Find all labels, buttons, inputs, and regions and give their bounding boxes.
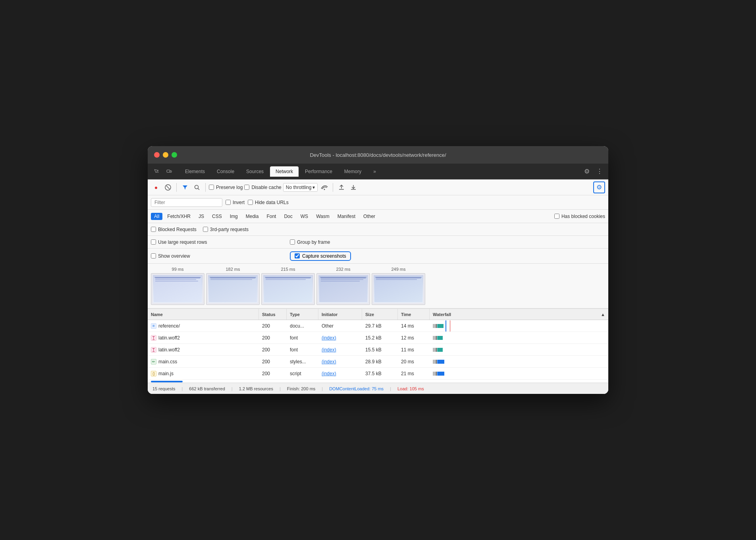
svg-point-6 — [324, 189, 325, 190]
has-blocked-cookies-label[interactable]: Has blocked cookies — [554, 214, 605, 219]
screenshot-time-1: 182 ms — [206, 267, 260, 272]
row-type-3: styles... — [287, 359, 318, 364]
hide-data-urls-checkbox[interactable] — [248, 200, 253, 205]
filter-icon[interactable] — [180, 182, 190, 193]
tab-memory[interactable]: Memory — [339, 166, 367, 177]
type-btn-css[interactable]: CSS — [209, 213, 225, 220]
disable-cache-label[interactable]: Disable cache — [244, 185, 281, 190]
show-overview-label[interactable]: Show overview — [151, 253, 290, 259]
search-icon[interactable] — [192, 182, 202, 193]
table-row[interactable]: ✏ main.css 200 styles... (index) 28.9 kB… — [148, 356, 608, 368]
screenshot-thumb-0[interactable] — [151, 273, 204, 305]
row-initiator-4: (index) — [318, 371, 362, 376]
svg-point-4 — [195, 185, 199, 189]
row-status-4: 200 — [259, 371, 287, 376]
record-button[interactable]: ● — [151, 182, 161, 193]
separator-3 — [333, 183, 333, 192]
type-btn-ws[interactable]: WS — [297, 213, 311, 220]
more-options-icon[interactable]: ⋮ — [594, 166, 605, 177]
third-party-label[interactable]: 3rd-party requests — [203, 227, 249, 232]
large-rows-label[interactable]: Use large request rows — [151, 239, 290, 245]
type-btn-all[interactable]: All — [151, 213, 162, 220]
requests-count: 15 requests — [152, 386, 175, 391]
screenshot-time-4: 249 ms — [372, 267, 425, 272]
row-name-1: T̲ latin.woff2 — [148, 335, 259, 341]
screenshot-thumb-3[interactable] — [316, 273, 370, 305]
close-button[interactable] — [154, 152, 160, 158]
tab-sources[interactable]: Sources — [241, 166, 269, 177]
type-btn-img[interactable]: Img — [227, 213, 241, 220]
row-type-0: docu... — [287, 323, 318, 329]
table-header: Name Status Type Initiator Size Time Wat… — [148, 309, 608, 320]
table-row[interactable]: T̲ latin.woff2 200 font (index) 15.5 kB … — [148, 344, 608, 356]
group-by-frame-label[interactable]: Group by frame — [290, 239, 330, 245]
resources-size: 1.2 MB resources — [239, 386, 273, 391]
resource-type-filter-row: All Fetch/XHR JS CSS Img Media Font Doc … — [148, 210, 608, 223]
show-overview-checkbox[interactable] — [151, 253, 156, 258]
tab-console[interactable]: Console — [211, 166, 240, 177]
maximize-button[interactable] — [172, 152, 177, 158]
type-btn-font[interactable]: Font — [263, 213, 279, 220]
filter-input[interactable] — [151, 198, 222, 207]
row-waterfall-2 — [430, 348, 608, 352]
throttle-select[interactable]: No throttling ▾ — [283, 183, 318, 192]
inspect-icon[interactable] — [151, 166, 162, 177]
has-blocked-cookies-checkbox[interactable] — [554, 214, 559, 219]
device-toggle-icon[interactable] — [164, 166, 175, 177]
screenshot-thumb-1[interactable] — [206, 273, 260, 305]
tab-more[interactable]: » — [368, 166, 382, 177]
upload-icon[interactable] — [336, 182, 347, 193]
third-party-checkbox[interactable] — [203, 227, 208, 232]
preserve-log-label[interactable]: Preserve log — [209, 185, 243, 190]
disable-cache-checkbox[interactable] — [244, 185, 249, 190]
tab-network[interactable]: Network — [270, 166, 299, 177]
font-icon-1: T̲ — [151, 335, 156, 341]
screenshot-thumb-4[interactable] — [372, 273, 425, 305]
row-size-1: 15.2 kB — [362, 335, 398, 341]
finish-time: Finish: 200 ms — [287, 386, 316, 391]
col-size: Size — [362, 309, 398, 320]
separator-2 — [205, 183, 206, 192]
type-btn-manifest[interactable]: Manifest — [334, 213, 359, 220]
large-rows-checkbox[interactable] — [151, 239, 156, 245]
network-settings-button[interactable]: ⚙ — [593, 181, 605, 193]
download-icon[interactable] — [348, 182, 359, 193]
table-row[interactable]: {} main.js 200 script (index) 37.5 kB 21… — [148, 368, 608, 380]
type-btn-wasm[interactable]: Wasm — [313, 213, 333, 220]
tab-elements[interactable]: Elements — [179, 166, 210, 177]
row-initiator-1: (index) — [318, 335, 362, 341]
scroll-indicator — [148, 380, 608, 383]
type-btn-js[interactable]: JS — [195, 213, 207, 220]
type-btn-media[interactable]: Media — [243, 213, 262, 220]
clear-button[interactable] — [163, 182, 173, 193]
row-name-4: {} main.js — [148, 371, 259, 376]
network-conditions-icon[interactable] — [319, 182, 330, 193]
table-row[interactable]: ≡ reference/ 200 docu... Other 29.7 kB 1… — [148, 320, 608, 332]
invert-checkbox[interactable] — [226, 200, 231, 205]
row-time-2: 11 ms — [398, 347, 430, 353]
type-btn-doc[interactable]: Doc — [281, 213, 295, 220]
row-name-2: T̲ latin.woff2 — [148, 347, 259, 353]
capture-screenshots-checkbox[interactable] — [295, 253, 300, 258]
col-name: Name — [148, 309, 259, 320]
capture-screenshots-label[interactable]: Capture screenshots — [290, 251, 351, 261]
devtools-window: DevTools - localhost:8080/docs/devtools/… — [148, 146, 608, 394]
type-btn-other[interactable]: Other — [360, 213, 378, 220]
row-initiator-2: (index) — [318, 347, 362, 353]
hide-data-urls-label[interactable]: Hide data URLs — [248, 200, 289, 205]
minimize-button[interactable] — [163, 152, 168, 158]
row-status-1: 200 — [259, 335, 287, 341]
row-type-2: font — [287, 347, 318, 353]
waterfall-sort-icon[interactable]: ▲ — [601, 312, 605, 317]
tab-performance[interactable]: Performance — [299, 166, 338, 177]
table-row[interactable]: T̲ latin.woff2 200 font (index) 15.2 kB … — [148, 332, 608, 344]
dom-content-loaded: DOMContentLoaded: 75 ms — [329, 386, 384, 391]
group-by-frame-checkbox[interactable] — [290, 239, 295, 245]
blocked-requests-label[interactable]: Blocked Requests — [151, 227, 197, 232]
preserve-log-checkbox[interactable] — [209, 185, 214, 190]
invert-label[interactable]: Invert — [226, 200, 245, 205]
settings-gear-icon[interactable]: ⚙ — [581, 166, 592, 177]
screenshot-thumb-2[interactable] — [261, 273, 315, 305]
blocked-requests-checkbox[interactable] — [151, 227, 156, 232]
type-btn-fetch[interactable]: Fetch/XHR — [164, 213, 194, 220]
